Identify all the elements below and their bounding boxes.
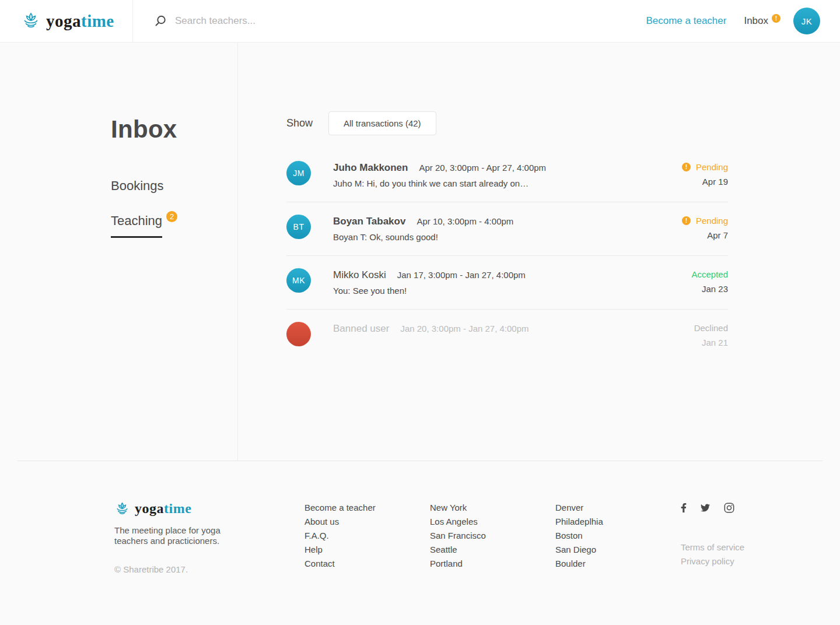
status-label: Pending bbox=[696, 216, 728, 226]
footer-link-about-us[interactable]: About us bbox=[304, 515, 430, 529]
inbox-link[interactable]: Inbox ! bbox=[744, 15, 780, 27]
transaction-period: Jan 20, 3:00pm - Jan 27, 4:00pm bbox=[400, 324, 528, 333]
transaction-last-message: Juho M: Hi, do you think we can start al… bbox=[333, 178, 682, 188]
footer-link-los-angeles[interactable]: Los Angeles bbox=[430, 515, 555, 529]
footer-link-portland[interactable]: Portland bbox=[430, 557, 555, 571]
footer-link-help[interactable]: Help bbox=[304, 543, 430, 557]
footer-link-san-diego[interactable]: San Diego bbox=[555, 543, 681, 557]
transaction-period: Apr 20, 3:00pm - Apr 27, 4:00pm bbox=[419, 163, 546, 173]
logo-box: yogatime bbox=[0, 0, 133, 42]
filter-row: Show All transactions (42) bbox=[286, 111, 728, 135]
footer-cities-column-1: New York Los Angeles San Francisco Seatt… bbox=[430, 501, 555, 574]
user-avatar[interactable]: JK bbox=[793, 8, 820, 34]
facebook-icon[interactable] bbox=[681, 503, 687, 513]
status-label: Accepted bbox=[691, 269, 728, 279]
footer-link-privacy[interactable]: Privacy policy bbox=[681, 554, 822, 568]
become-teacher-link[interactable]: Become a teacher bbox=[646, 15, 726, 27]
footer-brand-logo[interactable]: yogatime bbox=[114, 501, 304, 517]
search-icon bbox=[154, 15, 167, 27]
footer: yogatime The meeting place for yoga teac… bbox=[18, 461, 822, 574]
transactions-filter-dropdown[interactable]: All transactions (42) bbox=[328, 111, 436, 135]
search-box bbox=[133, 0, 646, 42]
content-area: Inbox Bookings Teaching2 Show All transa… bbox=[0, 43, 840, 461]
footer-social-block: Terms of service Privacy policy bbox=[681, 501, 822, 574]
transaction-name: Juho Makkonen bbox=[333, 162, 408, 174]
transaction-list: JM Juho Makkonen Apr 20, 3:00pm - Apr 27… bbox=[286, 149, 728, 361]
footer-tagline: The meeting place for yoga teachers and … bbox=[114, 525, 243, 546]
search-input[interactable] bbox=[175, 15, 420, 27]
sidebar-item-teaching[interactable]: Teaching2 bbox=[111, 213, 177, 238]
filter-label: Show bbox=[286, 117, 313, 129]
twitter-icon[interactable] bbox=[700, 503, 710, 512]
footer-legal-links: Terms of service Privacy policy bbox=[681, 540, 822, 568]
avatar: JM bbox=[286, 161, 311, 185]
sidebar-item-teaching-label: Teaching bbox=[111, 213, 162, 238]
status-badge: ! Pending bbox=[682, 162, 728, 172]
footer-link-contact[interactable]: Contact bbox=[304, 557, 430, 571]
status-badge: ! Pending bbox=[682, 216, 728, 226]
top-nav-bar: yogatime Become a teacher Inbox ! JK bbox=[0, 0, 840, 43]
transaction-row[interactable]: JM Juho Makkonen Apr 20, 3:00pm - Apr 27… bbox=[286, 149, 728, 202]
status-badge: Accepted bbox=[691, 269, 728, 279]
page-title: Inbox bbox=[111, 115, 237, 143]
transaction-date: Apr 19 bbox=[682, 177, 728, 187]
lotus-icon bbox=[21, 12, 41, 30]
yogatime-inbox-page: yogatime Become a teacher Inbox ! JK Inb… bbox=[0, 0, 840, 625]
footer-link-denver[interactable]: Denver bbox=[555, 501, 681, 515]
pending-warning-icon: ! bbox=[682, 216, 691, 225]
footer-copyright: © Sharetribe 2017. bbox=[114, 564, 304, 574]
footer-link-become-a-teacher[interactable]: Become a teacher bbox=[304, 501, 430, 515]
transaction-date: Jan 21 bbox=[694, 338, 728, 347]
transaction-period: Jan 17, 3:00pm - Jan 27, 4:00pm bbox=[397, 270, 526, 280]
transaction-row[interactable]: BT Boyan Tabakov Apr 10, 3:00pm - 4:00pm… bbox=[286, 202, 728, 256]
footer-link-boston[interactable]: Boston bbox=[555, 529, 681, 543]
transaction-date: Apr 7 bbox=[682, 230, 728, 240]
footer-link-san-francisco[interactable]: San Francisco bbox=[430, 529, 555, 543]
footer-link-philadelphia[interactable]: Philadeplhia bbox=[555, 515, 681, 529]
header-actions: Become a teacher Inbox ! JK bbox=[646, 0, 840, 42]
footer-link-terms[interactable]: Terms of service bbox=[681, 540, 822, 554]
inbox-main: Show All transactions (42) JM Juho Makko… bbox=[238, 43, 840, 461]
inbox-notification-icon: ! bbox=[772, 14, 780, 23]
footer-link-new-york[interactable]: New York bbox=[430, 501, 555, 515]
transaction-name: Banned user bbox=[333, 323, 389, 335]
avatar: BT bbox=[286, 215, 311, 239]
sidebar-nav: Bookings Teaching2 bbox=[111, 178, 237, 258]
transaction-name: Boyan Tabakov bbox=[333, 216, 405, 227]
footer-link-faq[interactable]: F.A.Q. bbox=[304, 529, 430, 543]
banned-avatar bbox=[286, 322, 311, 346]
inbox-sidebar: Inbox Bookings Teaching2 bbox=[0, 43, 238, 461]
transaction-date: Jan 23 bbox=[691, 284, 728, 294]
brand-wordmark: yogatime bbox=[46, 12, 114, 31]
transaction-row[interactable]: Banned user Jan 20, 3:00pm - Jan 27, 4:0… bbox=[286, 310, 728, 361]
status-label: Declined bbox=[694, 323, 728, 333]
lotus-icon bbox=[114, 502, 130, 516]
footer-link-boulder[interactable]: Boulder bbox=[555, 557, 681, 571]
inbox-link-label: Inbox bbox=[744, 15, 768, 27]
status-label: Pending bbox=[696, 162, 728, 172]
pending-warning-icon: ! bbox=[682, 163, 691, 171]
transaction-last-message: You: See you then! bbox=[333, 286, 691, 296]
footer-brand-wordmark: yogatime bbox=[135, 501, 191, 517]
status-badge: Declined bbox=[694, 323, 728, 333]
footer-cities-column-2: Denver Philadeplhia Boston San Diego Bou… bbox=[555, 501, 681, 574]
brand-logo[interactable]: yogatime bbox=[21, 12, 114, 31]
teaching-count-badge: 2 bbox=[166, 211, 177, 222]
transaction-name: Mikko Koski bbox=[333, 269, 386, 281]
transaction-last-message: Boyan T: Ok, sounds good! bbox=[333, 232, 682, 242]
instagram-icon[interactable] bbox=[724, 503, 734, 513]
sidebar-item-bookings[interactable]: Bookings bbox=[111, 178, 237, 194]
footer-links-column: Become a teacher About us F.A.Q. Help Co… bbox=[304, 501, 430, 574]
transaction-row[interactable]: MK Mikko Koski Jan 17, 3:00pm - Jan 27, … bbox=[286, 256, 728, 310]
footer-link-seattle[interactable]: Seattle bbox=[430, 543, 555, 557]
transaction-period: Apr 10, 3:00pm - 4:00pm bbox=[416, 216, 513, 226]
avatar: MK bbox=[286, 268, 311, 293]
